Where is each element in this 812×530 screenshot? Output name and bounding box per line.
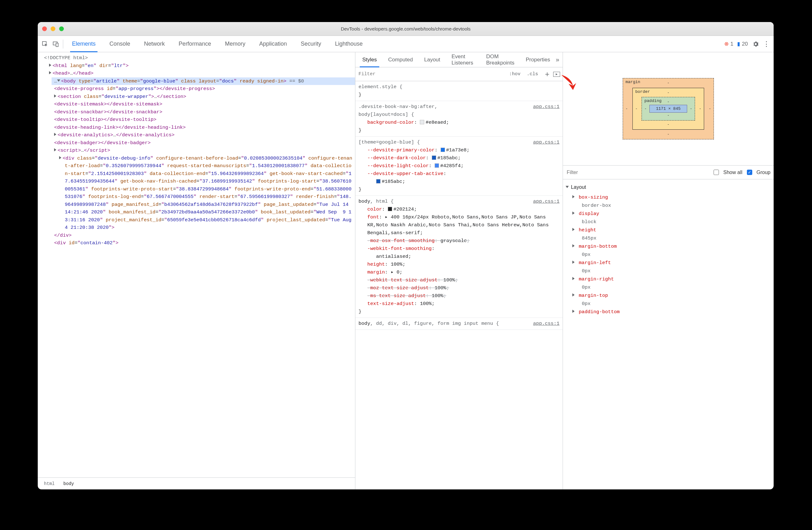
style-rule[interactable]: app.css:1[theme=google-blue] {--devsite-… [356,137,563,196]
dom-tree-row[interactable]: </div> [52,232,355,239]
tab-console[interactable]: Console [102,36,137,52]
cls-toggle[interactable]: .cls [524,71,541,77]
computed-property[interactable]: box-sizingborder-box [563,193,774,210]
dom-tree-row[interactable]: <div class="devsite-debug-info" configur… [57,155,355,232]
group-checkbox[interactable] [747,170,752,175]
close-icon[interactable] [42,26,47,31]
computed-property[interactable]: margin-bottom0px [563,242,774,259]
dom-tree-row[interactable]: <script>…</script> [52,147,355,155]
box-border-label: border [635,89,650,94]
computed-list[interactable]: Layout box-sizingborder-box displayblock… [563,179,774,489]
show-all-checkbox[interactable] [713,170,719,175]
style-rule[interactable]: app.css:1.devsite-book-nav-bg:after,body… [356,101,563,137]
more-icon[interactable]: ⋮ [763,41,770,47]
computed-filter-input[interactable] [566,169,709,176]
titlebar: DevTools - developers.google.com/web/too… [38,22,774,36]
device-toggle-icon[interactable] [52,41,59,47]
main-tab-bar: Elements Console Network Performance Mem… [38,36,774,52]
new-style-rule-icon[interactable] [541,71,553,77]
computed-pane: margin - - - - border - - - - padding [563,52,774,489]
tab-security[interactable]: Security [294,36,328,52]
tab-application[interactable]: Application [252,36,294,52]
tab-layout[interactable]: Layout [419,52,446,67]
issues-counter[interactable]: ⊗ 1 ▮ 20 [724,41,748,47]
style-rule[interactable]: app.css:1body, html {color: #202124;font… [356,196,563,318]
dom-tree-row[interactable]: …<body type="article" theme="google-blue… [52,78,355,85]
rule-source-link[interactable]: app.css:1 [533,198,560,206]
message-icon: ▮ [737,41,740,47]
computed-group[interactable]: Layout [563,181,774,193]
tab-event-listeners[interactable]: Event Listeners [446,52,480,67]
rule-selector[interactable]: element.style { [359,84,403,90]
dom-tree-row[interactable]: <devsite-heading-link></devsite-heading-… [52,124,355,131]
dom-tree-row[interactable]: <devsite-snackbar></devsite-snackbar> [52,108,355,116]
hover-toggle[interactable]: :hov [506,71,524,77]
tab-network[interactable]: Network [137,36,172,52]
error-icon: ⊗ [724,41,729,47]
show-all-label: Show all [723,170,742,175]
window-title: DevTools - developers.google.com/web/too… [38,26,774,31]
dom-tree-row[interactable]: <head>…</head> [46,70,355,78]
tab-computed[interactable]: Computed [382,52,418,67]
computed-property[interactable]: margin-top0px [563,291,774,308]
computed-property[interactable]: displayblock [563,210,774,226]
box-padding-label: padding [644,98,662,103]
tab-elements[interactable]: Elements [65,36,102,52]
svg-rect-2 [56,43,58,46]
group-label: Group [757,170,770,175]
breadcrumb[interactable]: html body [38,477,355,489]
tab-memory[interactable]: Memory [218,36,252,52]
computed-property[interactable]: height845px [563,226,774,242]
breadcrumb-item[interactable]: body [59,481,78,486]
dom-tree-row[interactable]: <div id="contain-402"> [52,239,355,247]
dom-tree-row[interactable]: <devsite-analytics>…</devsite-analytics> [52,131,355,139]
rule-source-link[interactable]: app.css:1 [533,139,560,147]
styles-tab-bar: Styles Computed Layout Event Listeners D… [356,52,563,67]
styles-pane: Styles Computed Layout Event Listeners D… [356,52,563,489]
message-count: 20 [742,41,748,47]
breadcrumb-item[interactable]: html [40,481,59,486]
tab-performance[interactable]: Performance [172,36,218,52]
dom-tree[interactable]: <!DOCTYPE html><html lang="en" dir="ltr"… [38,52,355,477]
computed-property[interactable]: margin-left0px [563,259,774,275]
tab-styles[interactable]: Styles [357,52,382,67]
dom-tree-row[interactable]: <html lang="en" dir="ltr"> [46,62,355,70]
traffic-lights [42,26,64,31]
box-content-size: 1171 × 845 [649,105,687,113]
style-rules-list[interactable]: element.style {}app.css:1.devsite-book-n… [356,81,563,489]
devtools-window: DevTools - developers.google.com/web/too… [38,22,774,489]
inspect-icon[interactable] [42,41,48,47]
styles-filter-input[interactable] [356,71,506,77]
dom-tree-row[interactable]: <section class="devsite-wrapper">…</sect… [52,93,355,101]
style-rule[interactable]: app.css:1body, dd, div, dl, figure, form… [356,318,563,330]
rule-source-link[interactable]: app.css:1 [533,103,560,111]
computed-property[interactable]: padding-bottom [563,308,774,316]
computed-filter-bar: Show all Group [563,166,774,179]
maximize-icon[interactable] [59,26,64,31]
divider [63,40,63,48]
styles-filter-bar: :hov .cls ▸ [356,67,563,81]
tab-properties[interactable]: Properties [520,52,556,67]
dom-tree-row[interactable]: <devsite-sitemask></devsite-sitemask> [52,100,355,108]
tab-dom-breakpoints[interactable]: DOM Breakpoints [480,52,520,67]
tab-lighthouse[interactable]: Lighthouse [328,36,369,52]
box-model[interactable]: margin - - - - border - - - - padding [563,52,774,166]
box-margin-label: margin [625,80,640,84]
rule-source-link[interactable]: app.css:1 [533,320,560,327]
dom-tree-row[interactable]: <!DOCTYPE html> [42,54,355,62]
dom-tree-row[interactable]: <devsite-progress id="app-progress"></de… [52,85,355,93]
dom-tree-row[interactable]: <devsite-badger></devsite-badger> [52,139,355,147]
minimize-icon[interactable] [50,26,55,31]
settings-icon[interactable] [752,41,759,47]
elements-pane: <!DOCTYPE html><html lang="en" dir="ltr"… [38,52,356,489]
computed-property[interactable]: margin-right0px [563,275,774,291]
more-tabs-icon[interactable]: » [556,56,561,63]
error-count: 1 [730,41,734,47]
more-styles-icon[interactable]: ▸ [553,72,560,77]
dom-tree-row[interactable]: <devsite-tooltip></devsite-tooltip> [52,116,355,124]
